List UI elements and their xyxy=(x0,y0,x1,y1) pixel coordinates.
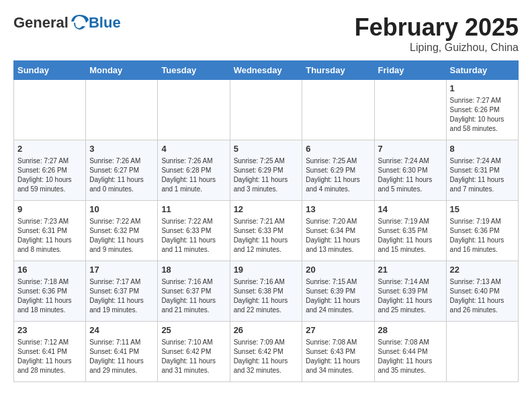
day-number: 27 xyxy=(306,324,370,336)
day-number: 4 xyxy=(161,143,226,155)
logo-blue-text: Blue xyxy=(89,14,121,32)
day-cell: 13Sunrise: 7:20 AM Sunset: 6:34 PM Dayli… xyxy=(302,201,374,261)
day-info: Sunrise: 7:27 AM Sunset: 6:26 PM Dayligh… xyxy=(17,156,82,194)
day-cell: 23Sunrise: 7:12 AM Sunset: 6:41 PM Dayli… xyxy=(14,322,86,382)
day-number: 24 xyxy=(89,324,154,336)
main-title: February 2025 xyxy=(355,13,519,42)
logo-general-text: General xyxy=(13,14,69,32)
day-cell: 28Sunrise: 7:08 AM Sunset: 6:44 PM Dayli… xyxy=(374,322,446,382)
day-number: 28 xyxy=(378,324,443,336)
day-number: 18 xyxy=(161,264,226,276)
day-number: 6 xyxy=(306,143,370,155)
day-cell: 9Sunrise: 7:23 AM Sunset: 6:31 PM Daylig… xyxy=(14,201,86,261)
day-info: Sunrise: 7:08 AM Sunset: 6:43 PM Dayligh… xyxy=(306,338,370,375)
week-row-2: 2Sunrise: 7:27 AM Sunset: 6:26 PM Daylig… xyxy=(14,140,519,201)
weekday-header-wednesday: Wednesday xyxy=(230,61,302,80)
day-number: 12 xyxy=(234,203,299,216)
day-number: 3 xyxy=(89,143,154,155)
day-info: Sunrise: 7:22 AM Sunset: 6:33 PM Dayligh… xyxy=(161,217,226,255)
weekday-header-sunday: Sunday xyxy=(14,61,86,80)
day-cell xyxy=(446,322,518,382)
day-info: Sunrise: 7:24 AM Sunset: 6:31 PM Dayligh… xyxy=(450,156,515,194)
week-row-4: 16Sunrise: 7:18 AM Sunset: 6:36 PM Dayli… xyxy=(14,261,519,322)
day-cell xyxy=(86,80,158,140)
day-info: Sunrise: 7:14 AM Sunset: 6:39 PM Dayligh… xyxy=(378,277,443,315)
weekday-header-tuesday: Tuesday xyxy=(158,61,230,80)
day-number: 5 xyxy=(234,143,299,155)
day-number: 7 xyxy=(378,143,443,155)
day-cell: 2Sunrise: 7:27 AM Sunset: 6:26 PM Daylig… xyxy=(14,140,86,201)
day-cell xyxy=(230,80,302,140)
day-info: Sunrise: 7:23 AM Sunset: 6:31 PM Dayligh… xyxy=(17,217,82,255)
day-cell xyxy=(374,80,446,140)
weekday-header-friday: Friday xyxy=(374,61,446,80)
day-info: Sunrise: 7:09 AM Sunset: 6:42 PM Dayligh… xyxy=(234,338,299,375)
day-cell: 17Sunrise: 7:17 AM Sunset: 6:37 PM Dayli… xyxy=(86,261,158,322)
day-number: 14 xyxy=(378,203,443,216)
day-cell xyxy=(158,80,230,140)
weekday-header-monday: Monday xyxy=(86,61,158,80)
day-cell: 4Sunrise: 7:26 AM Sunset: 6:28 PM Daylig… xyxy=(158,140,230,201)
day-info: Sunrise: 7:19 AM Sunset: 6:35 PM Dayligh… xyxy=(378,217,443,255)
day-number: 17 xyxy=(89,264,154,276)
day-cell: 10Sunrise: 7:22 AM Sunset: 6:32 PM Dayli… xyxy=(86,201,158,261)
day-info: Sunrise: 7:15 AM Sunset: 6:39 PM Dayligh… xyxy=(306,277,370,315)
page-header: General Blue February 2025 Liping, Guizh… xyxy=(13,13,519,54)
day-info: Sunrise: 7:26 AM Sunset: 6:28 PM Dayligh… xyxy=(161,156,226,194)
day-number: 21 xyxy=(378,264,443,276)
day-cell: 26Sunrise: 7:09 AM Sunset: 6:42 PM Dayli… xyxy=(230,322,302,382)
day-number: 1 xyxy=(450,83,515,95)
weekday-header-row: SundayMondayTuesdayWednesdayThursdayFrid… xyxy=(14,61,519,80)
day-info: Sunrise: 7:10 AM Sunset: 6:42 PM Dayligh… xyxy=(161,338,226,375)
weekday-header-thursday: Thursday xyxy=(302,61,374,80)
day-info: Sunrise: 7:26 AM Sunset: 6:27 PM Dayligh… xyxy=(89,156,154,194)
day-cell: 14Sunrise: 7:19 AM Sunset: 6:35 PM Dayli… xyxy=(374,201,446,261)
day-info: Sunrise: 7:11 AM Sunset: 6:41 PM Dayligh… xyxy=(89,338,154,375)
day-info: Sunrise: 7:12 AM Sunset: 6:41 PM Dayligh… xyxy=(17,338,82,375)
weekday-header-saturday: Saturday xyxy=(446,61,518,80)
day-info: Sunrise: 7:21 AM Sunset: 6:33 PM Dayligh… xyxy=(234,217,299,255)
day-number: 22 xyxy=(450,264,515,276)
sub-title: Liping, Guizhou, China xyxy=(355,42,519,54)
day-cell: 3Sunrise: 7:26 AM Sunset: 6:27 PM Daylig… xyxy=(86,140,158,201)
day-number: 16 xyxy=(17,264,82,276)
day-number: 11 xyxy=(161,203,226,216)
day-info: Sunrise: 7:16 AM Sunset: 6:37 PM Dayligh… xyxy=(161,277,226,315)
day-cell: 19Sunrise: 7:16 AM Sunset: 6:38 PM Dayli… xyxy=(230,261,302,322)
day-cell: 20Sunrise: 7:15 AM Sunset: 6:39 PM Dayli… xyxy=(302,261,374,322)
day-info: Sunrise: 7:17 AM Sunset: 6:37 PM Dayligh… xyxy=(89,277,154,315)
day-cell: 21Sunrise: 7:14 AM Sunset: 6:39 PM Dayli… xyxy=(374,261,446,322)
day-cell: 7Sunrise: 7:24 AM Sunset: 6:30 PM Daylig… xyxy=(374,140,446,201)
day-cell: 5Sunrise: 7:25 AM Sunset: 6:29 PM Daylig… xyxy=(230,140,302,201)
logo-icon xyxy=(70,13,89,32)
day-number: 8 xyxy=(450,143,515,155)
calendar-table: SundayMondayTuesdayWednesdayThursdayFrid… xyxy=(13,60,519,382)
day-number: 25 xyxy=(161,324,226,336)
day-info: Sunrise: 7:25 AM Sunset: 6:29 PM Dayligh… xyxy=(234,156,299,194)
day-number: 9 xyxy=(17,203,82,216)
week-row-5: 23Sunrise: 7:12 AM Sunset: 6:41 PM Dayli… xyxy=(14,322,519,382)
day-cell: 11Sunrise: 7:22 AM Sunset: 6:33 PM Dayli… xyxy=(158,201,230,261)
day-cell: 27Sunrise: 7:08 AM Sunset: 6:43 PM Dayli… xyxy=(302,322,374,382)
day-info: Sunrise: 7:27 AM Sunset: 6:26 PM Dayligh… xyxy=(450,96,515,134)
day-info: Sunrise: 7:20 AM Sunset: 6:34 PM Dayligh… xyxy=(306,217,370,255)
logo: General Blue xyxy=(13,13,121,32)
day-info: Sunrise: 7:19 AM Sunset: 6:36 PM Dayligh… xyxy=(450,217,515,255)
day-info: Sunrise: 7:25 AM Sunset: 6:29 PM Dayligh… xyxy=(306,156,370,194)
week-row-1: 1Sunrise: 7:27 AM Sunset: 6:26 PM Daylig… xyxy=(14,80,519,140)
day-number: 13 xyxy=(306,203,370,216)
title-block: February 2025 Liping, Guizhou, China xyxy=(355,13,519,54)
day-info: Sunrise: 7:08 AM Sunset: 6:44 PM Dayligh… xyxy=(378,338,443,375)
day-cell: 25Sunrise: 7:10 AM Sunset: 6:42 PM Dayli… xyxy=(158,322,230,382)
day-number: 2 xyxy=(17,143,82,155)
day-info: Sunrise: 7:18 AM Sunset: 6:36 PM Dayligh… xyxy=(17,277,82,315)
day-cell xyxy=(302,80,374,140)
day-cell: 15Sunrise: 7:19 AM Sunset: 6:36 PM Dayli… xyxy=(446,201,518,261)
day-cell: 22Sunrise: 7:13 AM Sunset: 6:40 PM Dayli… xyxy=(446,261,518,322)
day-cell: 8Sunrise: 7:24 AM Sunset: 6:31 PM Daylig… xyxy=(446,140,518,201)
day-cell: 18Sunrise: 7:16 AM Sunset: 6:37 PM Dayli… xyxy=(158,261,230,322)
day-cell xyxy=(14,80,86,140)
day-info: Sunrise: 7:16 AM Sunset: 6:38 PM Dayligh… xyxy=(234,277,299,315)
day-info: Sunrise: 7:24 AM Sunset: 6:30 PM Dayligh… xyxy=(378,156,443,194)
day-cell: 1Sunrise: 7:27 AM Sunset: 6:26 PM Daylig… xyxy=(446,80,518,140)
